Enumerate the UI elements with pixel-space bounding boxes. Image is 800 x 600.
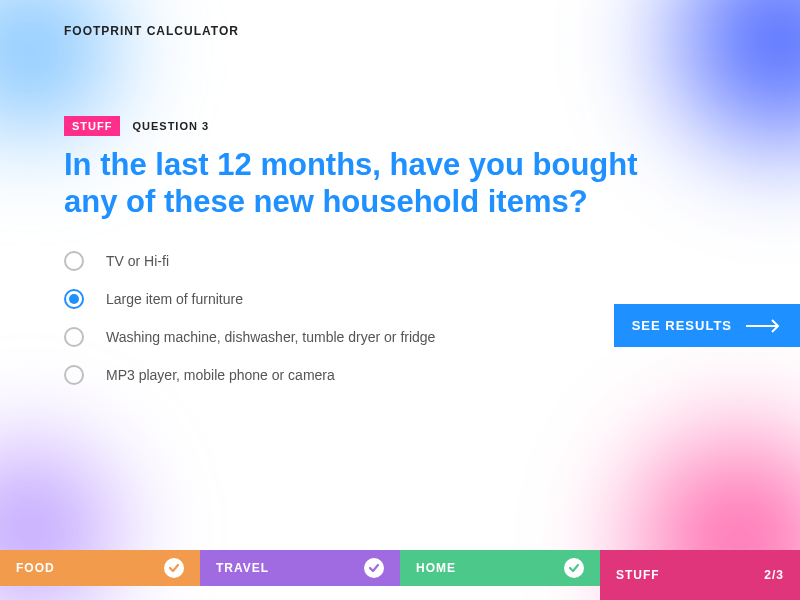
nav-item-travel[interactable]: TRAVEL <box>200 550 400 586</box>
option-label: Large item of furniture <box>106 291 243 307</box>
radio-icon <box>64 251 84 271</box>
question-text: In the last 12 months, have you bought a… <box>64 146 664 220</box>
category-badge: STUFF <box>64 116 120 136</box>
see-results-button[interactable]: SEE RESULTS <box>614 304 800 347</box>
nav-item-food[interactable]: FOOD <box>0 550 200 586</box>
option-row[interactable]: MP3 player, mobile phone or camera <box>64 356 800 394</box>
nav-item-home[interactable]: HOME <box>400 550 600 586</box>
nav-item-stuff[interactable]: STUFF 2/3 <box>600 550 800 600</box>
nav-label: TRAVEL <box>216 561 269 575</box>
option-row[interactable]: TV or Hi-fi <box>64 242 800 280</box>
check-icon <box>364 558 384 578</box>
check-icon <box>564 558 584 578</box>
see-results-label: SEE RESULTS <box>632 318 732 333</box>
radio-icon <box>64 327 84 347</box>
option-label: MP3 player, mobile phone or camera <box>106 367 335 383</box>
nav-label: FOOD <box>16 561 55 575</box>
bottom-nav: FOOD TRAVEL HOME STUFF 2/3 <box>0 550 800 600</box>
arrow-right-icon <box>746 319 782 333</box>
option-label: TV or Hi-fi <box>106 253 169 269</box>
check-icon <box>164 558 184 578</box>
radio-icon <box>64 289 84 309</box>
app-title: FOOTPRINT CALCULATOR <box>64 24 800 38</box>
question-number-label: QUESTION 3 <box>132 120 209 132</box>
option-label: Washing machine, dishwasher, tumble drye… <box>106 329 435 345</box>
nav-progress: 2/3 <box>764 568 784 582</box>
nav-label: HOME <box>416 561 456 575</box>
radio-icon <box>64 365 84 385</box>
nav-label: STUFF <box>616 568 660 582</box>
